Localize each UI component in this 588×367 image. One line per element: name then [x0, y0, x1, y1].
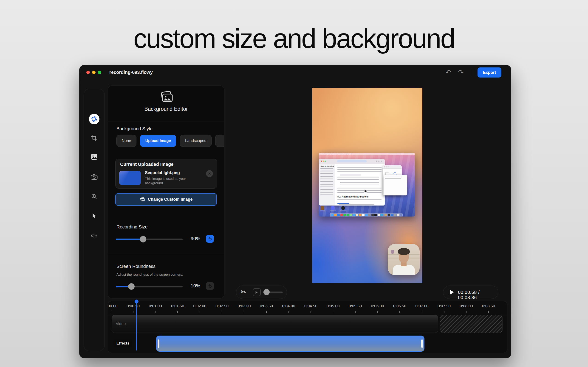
dock-icon [353, 214, 355, 216]
ruler-divider [108, 314, 507, 314]
skip-to-start-button[interactable] [253, 288, 261, 296]
recording-size-reset-button[interactable] [206, 235, 214, 243]
ruler-tick [377, 311, 378, 313]
recording-size-value: 90% [191, 236, 200, 241]
browser-toolbar [319, 159, 385, 164]
section-divider [108, 255, 224, 255]
effects-clip[interactable] [156, 336, 424, 352]
ruler-tick [355, 311, 355, 313]
playhead-handle[interactable] [135, 300, 138, 303]
cut-icon[interactable]: ✂ [241, 288, 246, 296]
sidebar-item-zoom[interactable] [84, 190, 104, 203]
ruler-label: 0:04.00 [282, 304, 295, 309]
video-track-clip[interactable]: Video [112, 315, 438, 333]
timeline-ruler[interactable]: 0:00.000:00.500:01.000:01.500:02.000:02.… [108, 302, 507, 314]
style-option-upload-image[interactable]: Upload Image [140, 135, 176, 147]
style-option-none[interactable]: None [116, 135, 137, 147]
ruler-tick [155, 311, 156, 313]
sidebar-item-camera[interactable] [84, 170, 104, 183]
clip-right-handle[interactable] [421, 340, 423, 348]
dock-icon [350, 214, 352, 216]
terminal-text [385, 176, 401, 180]
ruler-label: 0:01.00 [149, 304, 162, 309]
photos-small-icon [139, 197, 145, 202]
sidebar-item-background[interactable] [84, 150, 104, 163]
change-custom-image-label: Change Custom Image [148, 197, 192, 202]
minimize-window-button[interactable] [92, 71, 95, 74]
recording-size-slider[interactable] [116, 239, 183, 240]
sidebar-item-crop[interactable] [84, 131, 104, 144]
ruler-tick [199, 311, 200, 313]
reset-icon [208, 284, 212, 288]
ruler-tick [422, 311, 422, 313]
cursor-icon [91, 213, 97, 219]
ruler-tick [444, 311, 444, 313]
export-button[interactable]: Export [477, 67, 502, 77]
undo-icon[interactable]: ↶ [445, 69, 451, 76]
play-icon[interactable] [450, 290, 454, 295]
slider-fill [116, 239, 143, 240]
panel-title: Background Editor [108, 106, 224, 112]
uploaded-image-description: This image is used as your background. [145, 176, 198, 185]
zoom-window-button[interactable] [98, 71, 101, 74]
screen-roundness-reset-button[interactable] [206, 282, 214, 290]
desktop-icon-3 [341, 206, 345, 210]
browser-sidebar: Table of Contents [319, 164, 335, 206]
dock-icon [374, 214, 377, 216]
preview-canvas[interactable]: Table of Contents 5.2. Alternative Distr… [312, 88, 422, 283]
title-bar: recording-693.flowy ↶ ↷ Export [79, 65, 511, 79]
slider-thumb[interactable] [128, 283, 135, 290]
tool-sidebar [84, 89, 105, 351]
playback-time: 00:00.58 / 00:08.86 [458, 290, 498, 300]
redo-icon[interactable]: ↷ [458, 69, 464, 76]
doc-section-heading: 5.2. Alternative Distributions [337, 195, 368, 198]
browser-window: Table of Contents 5.2. Alternative Distr… [319, 159, 385, 206]
dock-icon [380, 214, 383, 216]
ruler-label: 0:03.50 [260, 304, 273, 309]
sidebar-item-app-logo[interactable] [84, 113, 104, 125]
webcam-overlay [388, 244, 420, 275]
style-option-landscapes[interactable]: Landscapes [180, 135, 212, 147]
sidebar-item-cursor[interactable] [84, 210, 104, 223]
mac-menu-bar [319, 153, 415, 155]
ruler-tick [333, 311, 333, 313]
ruler-label: 0:04.50 [304, 304, 317, 309]
recorded-cursor-icon [364, 189, 368, 194]
clip-left-handle[interactable] [158, 340, 159, 348]
dock-icon [343, 214, 346, 216]
close-window-button[interactable] [86, 71, 90, 74]
ruler-label: 0:07.50 [438, 304, 451, 309]
panel-divider [108, 122, 224, 122]
screen-roundness-slider[interactable] [116, 286, 183, 287]
recorded-screen: Table of Contents 5.2. Alternative Distr… [319, 153, 415, 217]
uploaded-image-filename: SequoiaLight.png [145, 170, 180, 175]
page: custom size and background recording-693… [0, 0, 588, 367]
ruler-tick [133, 311, 133, 313]
dock-icon [331, 214, 334, 216]
timeline-zoom-thumb[interactable] [263, 289, 270, 295]
playhead[interactable] [136, 301, 137, 350]
toc-title: Table of Contents [320, 165, 334, 167]
current-image-title: Current Uploaded Image [120, 162, 173, 167]
toolbar-divider [472, 69, 472, 76]
background-style-label: Background Style [116, 126, 153, 131]
url-bar [337, 160, 367, 162]
screen-roundness-description: Adjust the roundness of the screen corne… [116, 273, 183, 276]
dock-icon [334, 214, 337, 216]
recording-size-label: Recording Size [116, 224, 148, 230]
ruler-tick [311, 311, 311, 313]
ruler-tick [288, 311, 289, 313]
desktop-icon-1 [321, 206, 324, 210]
style-option-clipped[interactable] [215, 135, 225, 147]
dock-divider [384, 214, 384, 216]
zoom-in-icon [91, 193, 97, 200]
dock-icon [378, 214, 380, 216]
camera-icon [91, 174, 98, 180]
remove-image-button[interactable]: ✕ [206, 170, 213, 177]
sidebar-item-audio[interactable] [84, 229, 104, 242]
slider-thumb[interactable] [140, 236, 146, 242]
dock-icon [372, 214, 374, 216]
dock-icon [397, 214, 399, 216]
trimmed-region [440, 315, 502, 333]
change-custom-image-button[interactable]: Change Custom Image [115, 193, 217, 206]
